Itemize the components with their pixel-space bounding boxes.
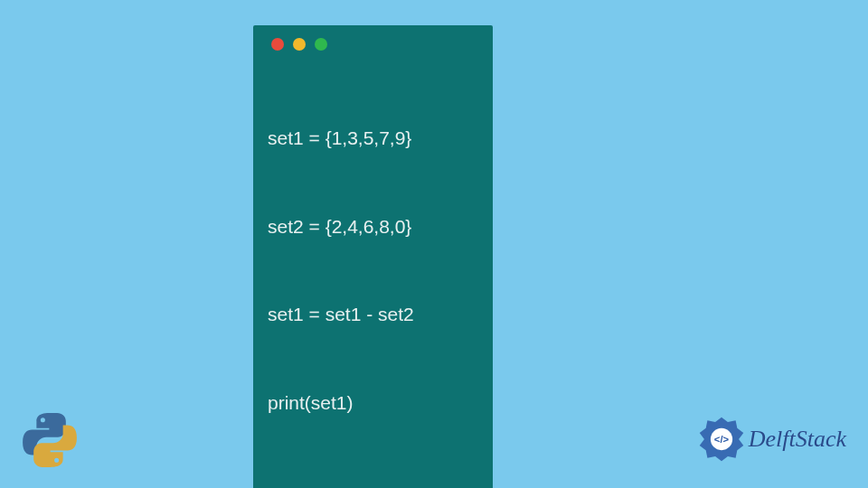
code-line: set1 = set1 - set2 [268,300,484,330]
window-controls [253,25,493,60]
maximize-icon [315,38,327,51]
minimize-icon [293,38,306,51]
svg-text:</>: </> [714,434,730,445]
close-icon [271,38,284,51]
code-line: set1 = {1,3,5,7,9} [268,124,484,154]
brand-name: DelftStack [749,426,846,453]
python-logo-icon [18,408,81,472]
delftstack-logo: </> DelftStack [698,416,846,463]
code-line: print(set1) [268,389,484,418]
code-window: set1 = {1,3,5,7,9} set2 = {2,4,6,8,0} se… [253,25,493,488]
code-line: set2 = {2,4,6,8,0} [268,212,484,242]
delftstack-badge-icon: </> [698,416,745,463]
code-content: set1 = {1,3,5,7,9} set2 = {2,4,6,8,0} se… [253,60,493,484]
